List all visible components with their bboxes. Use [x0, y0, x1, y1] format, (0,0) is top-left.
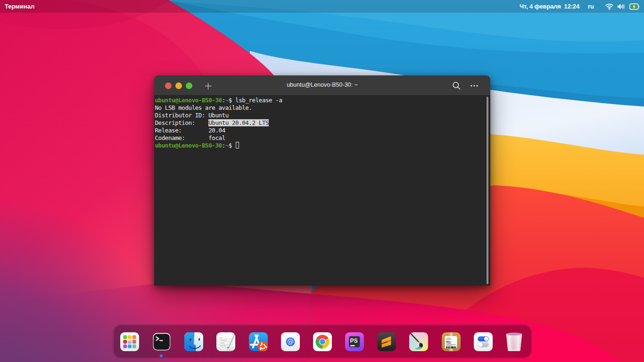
dock-item-paint[interactable]	[409, 332, 428, 351]
command-text: lsb_release -a	[232, 97, 282, 104]
launchpad-icon	[120, 332, 139, 351]
sublime-text-icon	[377, 332, 396, 351]
row-label: Release:	[155, 127, 209, 134]
terminal-icon	[152, 332, 171, 351]
dock-item-launchpad[interactable]	[120, 332, 139, 351]
phpstorm-icon: PS	[345, 332, 364, 351]
app-store-icon	[249, 332, 268, 351]
svg-text:PS: PS	[350, 337, 358, 344]
window-title: ubuntu@Lenovo-B50-30: ~	[215, 82, 429, 88]
maximize-button[interactable]	[186, 82, 192, 89]
battery-charging-icon	[629, 3, 640, 10]
clock-date: Чт, 4 февраля	[520, 3, 561, 10]
output-line: No LSB modules are available.	[155, 104, 252, 111]
prompt-dollar: $	[229, 142, 232, 149]
package-label-icon: TO:	[442, 332, 461, 351]
volume-icon	[617, 3, 626, 10]
new-tab-button[interactable]	[205, 83, 212, 90]
dock-item-settings[interactable]	[474, 332, 493, 351]
running-indicator-dot	[160, 354, 163, 357]
prompt-space	[232, 142, 235, 149]
clock-separator	[561, 3, 564, 10]
prompt-colon: :	[222, 97, 225, 104]
dock-item-packages[interactable]: TO:	[442, 332, 461, 351]
minimize-button[interactable]	[175, 82, 182, 89]
focused-app-name[interactable]: Терминал	[5, 3, 34, 10]
row-label: Description:	[155, 119, 209, 126]
dock-item-terminal[interactable]	[152, 332, 171, 351]
dock: View	[113, 325, 532, 358]
row-label: Distributor ID:	[155, 112, 209, 119]
chrome-icon	[313, 332, 332, 351]
system-status-area[interactable]	[605, 0, 640, 13]
paintbrush-icon	[409, 332, 428, 351]
prompt-path: ~	[225, 97, 229, 104]
wifi-icon	[605, 3, 613, 10]
dock-item-mail[interactable]: @	[281, 332, 300, 351]
dock-item-chrome[interactable]	[313, 332, 332, 351]
trash-icon	[506, 332, 525, 351]
settings-toggles-icon	[474, 332, 493, 351]
dock-item-finder[interactable]	[184, 332, 203, 351]
dock-item-trash[interactable]	[506, 332, 525, 351]
clock[interactable]: Чт, 4 февраля 12:24	[520, 3, 579, 10]
prompt-user: ubuntu@Lenovo-B50-30	[155, 142, 222, 149]
terminal-scrollbar[interactable]	[487, 97, 488, 284]
row-value: 20.04	[208, 127, 225, 134]
clock-time: 12:24	[564, 3, 579, 10]
menu-button[interactable]	[469, 81, 479, 91]
search-button[interactable]	[451, 81, 462, 91]
finder-icon	[184, 332, 203, 351]
dock-item-phpstorm[interactable]: PS	[345, 332, 364, 351]
prompt-dollar: $	[229, 97, 232, 104]
dock-item-sublime-text[interactable]	[377, 332, 396, 351]
svg-text:TO:: TO:	[446, 340, 451, 345]
row-value: focal	[208, 134, 225, 141]
terminal-content[interactable]: ubuntu@Lenovo-B50-30:~$ lsb_release -a N…	[154, 96, 490, 286]
selected-text: Ubuntu 20.04.2 LTS	[208, 119, 269, 126]
svg-text:View: View	[229, 349, 235, 352]
terminal-window: ubuntu@Lenovo-B50-30: ~ ubuntu@Lenovo-B5…	[154, 75, 490, 286]
top-bar: Терминал Чт, 4 февраля 12:24 ru	[0, 0, 644, 13]
row-label: Codename:	[155, 134, 209, 141]
row-value: Ubuntu	[208, 112, 229, 119]
prompt-path: ~	[225, 142, 229, 149]
svg-text:@: @	[287, 338, 294, 346]
close-button[interactable]	[165, 82, 172, 89]
dock-item-textedit[interactable]: View	[216, 332, 235, 351]
dock-item-app-store-ubuntu[interactable]	[249, 332, 268, 351]
prompt-user: ubuntu@Lenovo-B50-30	[155, 97, 222, 104]
prompt-colon: :	[222, 142, 225, 149]
keyboard-layout-indicator[interactable]: ru	[588, 3, 594, 10]
mail-icon: @	[281, 332, 300, 351]
terminal-cursor	[236, 142, 239, 148]
textedit-icon: View	[216, 332, 235, 351]
